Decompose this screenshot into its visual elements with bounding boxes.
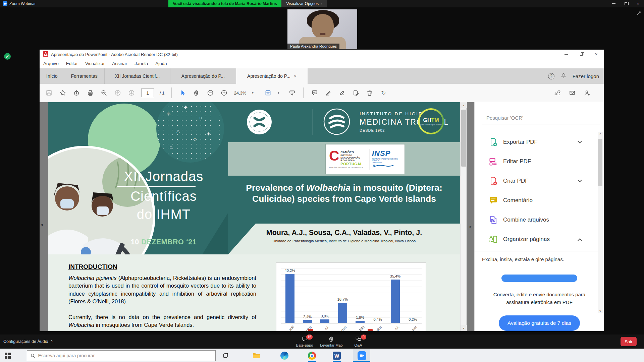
tab-ferramentas[interactable]: Ferramentas: [64, 68, 104, 84]
share-upload-icon[interactable]: [72, 89, 80, 97]
help-question-icon[interactable]: ?: [548, 73, 554, 79]
scroll-up-icon[interactable]: ▲: [461, 102, 467, 108]
sign-in-person-icon[interactable]: [583, 89, 591, 97]
leave-button[interactable]: Sair: [621, 337, 637, 346]
document-scrollbar[interactable]: ▲ ▼: [460, 102, 467, 331]
clipped-blue-button[interactable]: [501, 275, 577, 282]
file-explorer-icon[interactable]: [252, 352, 260, 360]
panel-divider: [475, 251, 599, 251]
comment-icon[interactable]: [311, 89, 319, 97]
scrollbar-thumb[interactable]: [598, 139, 602, 186]
webcam-video[interactable]: Paula Alexandra Rodrigues: [287, 9, 357, 49]
zoom-in-icon[interactable]: [220, 89, 228, 97]
free-trial-button[interactable]: Avaliação gratuita de 7 dias: [499, 315, 580, 331]
tool-edit-pdf[interactable]: Editar PDF: [475, 152, 599, 171]
tab-inicio[interactable]: Início: [40, 68, 64, 84]
print-icon[interactable]: [86, 89, 94, 97]
tool-create-pdf[interactable]: Criar PDF: [475, 171, 599, 191]
clipped-red-icon: [368, 329, 373, 331]
zoom-minimize-button[interactable]: [608, 0, 620, 7]
fullscreen-toggle-icon[interactable]: [636, 11, 641, 17]
menu-ajuda[interactable]: Ajuda: [152, 59, 171, 68]
audio-settings-button[interactable]: Configurações de Áudio ^: [3, 335, 52, 349]
event-line-2: Científicas: [107, 187, 221, 205]
tool-organize-pages[interactable]: Organizar páginas: [475, 230, 599, 249]
chevron-down-icon: ▾: [321, 2, 322, 5]
tool-comment[interactable]: Comentário: [475, 191, 599, 210]
chevron-down-icon[interactable]: [578, 178, 582, 182]
taskbar-search[interactable]: [27, 350, 216, 361]
view-options-button[interactable]: Visualizar Opções ▾: [281, 0, 327, 7]
sign-pen-icon[interactable]: [338, 89, 346, 97]
zoom-level-caret-icon[interactable]: ▾: [252, 91, 254, 95]
trash-icon[interactable]: [366, 89, 374, 97]
tool-export-pdf[interactable]: Exportar PDF: [475, 132, 599, 152]
menu-visualizar[interactable]: Visualizar: [82, 59, 108, 68]
start-button[interactable]: [5, 353, 11, 359]
previous-page-icon[interactable]: [114, 89, 122, 97]
tab-document-1[interactable]: XII Jornadas Cientif...: [104, 68, 170, 84]
tool-combine-files[interactable]: Combine arquivos: [475, 210, 599, 230]
nav-pane-toggle-icon[interactable]: ◂: [41, 222, 43, 227]
close-tab-icon[interactable]: ×: [294, 74, 297, 79]
task-view-icon[interactable]: [223, 353, 228, 360]
acrobat-promo-text: Converta, edite e envie documentos para …: [488, 291, 591, 306]
acrobat-restore-button[interactable]: [574, 50, 589, 59]
reading-mode-icon[interactable]: [288, 89, 296, 97]
edge-icon[interactable]: [280, 352, 288, 360]
rotate-icon[interactable]: ↻: [379, 89, 387, 97]
mail-icon[interactable]: [568, 89, 576, 97]
scroll-up-icon[interactable]: ∧: [599, 132, 601, 135]
highlighter-icon[interactable]: [324, 89, 332, 97]
qa-button[interactable]: Q&A 9: [345, 335, 372, 349]
chart-bar: [356, 321, 365, 323]
save-icon[interactable]: [45, 89, 53, 97]
fit-width-icon[interactable]: [264, 89, 272, 97]
zoom-maximize-button[interactable]: [620, 0, 632, 7]
event-date: 10 DEZEMBRO ‘21: [107, 238, 221, 246]
tools-search-input[interactable]: [482, 111, 600, 124]
page-number-input[interactable]: [141, 88, 154, 97]
partner-logo-box: C CAMÕES INSTITUTO DA COOPERAÇÃO E DA LÍ…: [326, 144, 405, 174]
chevron-down-icon[interactable]: [578, 139, 582, 143]
qa-icon: [355, 336, 362, 342]
screen: Zoom Webinar Você está visualizando a te…: [0, 0, 644, 362]
zoom-out-icon[interactable]: [206, 89, 214, 97]
scroll-down-icon[interactable]: ▼: [461, 325, 467, 331]
menu-assinar[interactable]: Assinar: [108, 59, 131, 68]
chat-badge: 15: [306, 335, 313, 340]
ihmt-seal-logo: [323, 108, 351, 135]
next-page-icon[interactable]: [127, 89, 136, 97]
chevron-up-icon[interactable]: [578, 238, 582, 243]
chat-button[interactable]: Bate-papo 15: [291, 335, 318, 349]
star-icon[interactable]: [59, 89, 67, 97]
tab-document-3-active[interactable]: Apresentação do P... ×: [236, 68, 308, 84]
menu-janela[interactable]: Janela: [131, 59, 152, 68]
menu-editar[interactable]: Editar: [62, 59, 82, 68]
word-icon[interactable]: W: [333, 352, 341, 360]
link-icon[interactable]: [553, 89, 561, 97]
tools-pane-toggle-icon[interactable]: ▸: [468, 222, 473, 231]
bell-icon[interactable]: [560, 73, 567, 80]
select-tool-icon[interactable]: [179, 89, 187, 97]
hand-tool-icon[interactable]: [193, 89, 201, 97]
sign-in-button[interactable]: Fazer logon: [573, 73, 599, 79]
tab-document-2[interactable]: Apresentação do P...: [170, 68, 236, 84]
fill-sign-icon[interactable]: [352, 89, 360, 97]
fit-width-caret-icon[interactable]: ▾: [278, 91, 279, 95]
menu-arquivo[interactable]: Arquivo: [40, 59, 62, 68]
raise-hand-button[interactable]: Levantar Mão: [318, 335, 345, 349]
zoom-level-label[interactable]: 24,3%: [234, 90, 246, 96]
taskbar-search-input[interactable]: [38, 353, 212, 358]
zoom-close-button[interactable]: ×: [632, 0, 644, 7]
panel-scrollbar[interactable]: ∧ ∨: [598, 132, 603, 313]
scroll-down-icon[interactable]: ∨: [599, 309, 601, 313]
chrome-icon[interactable]: [308, 352, 316, 360]
scrollbar-thumb[interactable]: [461, 110, 466, 167]
chart-bar: [391, 280, 400, 323]
acrobat-close-button[interactable]: ×: [589, 50, 604, 59]
zoom-taskbar-icon[interactable]: [358, 351, 366, 360]
acrobat-minimize-button[interactable]: [558, 50, 574, 59]
search-tool-icon[interactable]: [100, 89, 108, 97]
green-check-icon: ✓: [4, 53, 11, 60]
